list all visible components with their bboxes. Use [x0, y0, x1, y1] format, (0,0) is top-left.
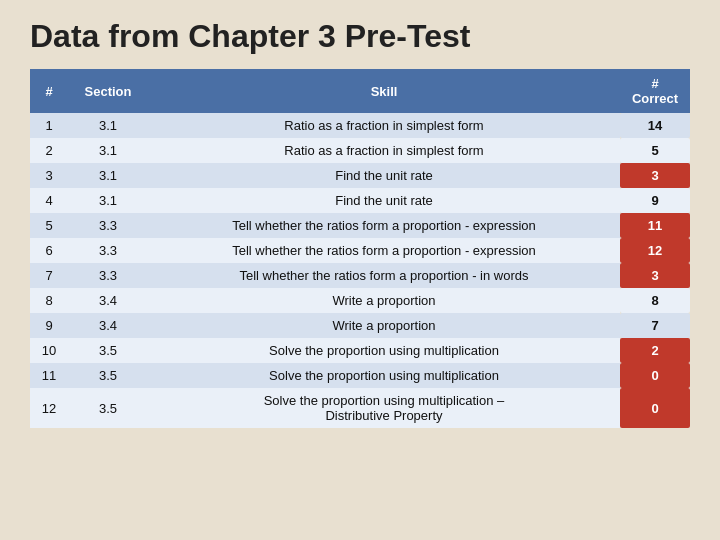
cell-num: 5: [30, 213, 68, 238]
cell-section: 3.5: [68, 363, 148, 388]
page-title: Data from Chapter 3 Pre-Test: [30, 18, 470, 55]
col-header-num: #: [30, 69, 68, 113]
cell-section: 3.1: [68, 188, 148, 213]
cell-skill: Find the unit rate: [148, 163, 620, 188]
cell-num: 1: [30, 113, 68, 138]
cell-skill: Tell whether the ratios form a proportio…: [148, 213, 620, 238]
cell-correct: 9: [620, 188, 690, 213]
cell-correct: 2: [620, 338, 690, 363]
cell-num: 4: [30, 188, 68, 213]
cell-correct: 12: [620, 238, 690, 263]
table-row: 93.4Write a proportion7: [30, 313, 690, 338]
cell-section: 3.3: [68, 263, 148, 288]
data-table: # Section Skill # Correct 13.1Ratio as a…: [30, 69, 690, 428]
cell-correct: 7: [620, 313, 690, 338]
cell-section: 3.5: [68, 388, 148, 428]
table-row: 113.5Solve the proportion using multipli…: [30, 363, 690, 388]
cell-correct: 11: [620, 213, 690, 238]
cell-num: 12: [30, 388, 68, 428]
cell-num: 7: [30, 263, 68, 288]
cell-skill: Tell whether the ratios form a proportio…: [148, 263, 620, 288]
cell-section: 3.5: [68, 338, 148, 363]
cell-skill: Solve the proportion using multiplicatio…: [148, 338, 620, 363]
cell-skill: Solve the proportion using multiplicatio…: [148, 363, 620, 388]
col-header-correct: # Correct: [620, 69, 690, 113]
cell-section: 3.1: [68, 163, 148, 188]
col-header-skill: Skill: [148, 69, 620, 113]
cell-section: 3.3: [68, 238, 148, 263]
col-header-section: Section: [68, 69, 148, 113]
cell-correct: 3: [620, 263, 690, 288]
table-row: 83.4Write a proportion8: [30, 288, 690, 313]
cell-correct: 8: [620, 288, 690, 313]
table-row: 43.1Find the unit rate9: [30, 188, 690, 213]
cell-skill: Ratio as a fraction in simplest form: [148, 113, 620, 138]
cell-skill: Write a proportion: [148, 288, 620, 313]
cell-section: 3.4: [68, 313, 148, 338]
cell-num: 9: [30, 313, 68, 338]
cell-num: 11: [30, 363, 68, 388]
cell-num: 3: [30, 163, 68, 188]
cell-num: 2: [30, 138, 68, 163]
table-row: 53.3Tell whether the ratios form a propo…: [30, 213, 690, 238]
cell-section: 3.3: [68, 213, 148, 238]
cell-correct: 3: [620, 163, 690, 188]
cell-num: 8: [30, 288, 68, 313]
cell-section: 3.4: [68, 288, 148, 313]
table-row: 123.5Solve the proportion using multipli…: [30, 388, 690, 428]
cell-correct: 0: [620, 363, 690, 388]
cell-correct: 0: [620, 388, 690, 428]
cell-section: 3.1: [68, 138, 148, 163]
table-row: 33.1Find the unit rate3: [30, 163, 690, 188]
cell-correct: 5: [620, 138, 690, 163]
cell-skill: Find the unit rate: [148, 188, 620, 213]
cell-skill: Solve the proportion using multiplicatio…: [148, 388, 620, 428]
table-row: 23.1Ratio as a fraction in simplest form…: [30, 138, 690, 163]
cell-skill: Ratio as a fraction in simplest form: [148, 138, 620, 163]
cell-section: 3.1: [68, 113, 148, 138]
table-row: 103.5Solve the proportion using multipli…: [30, 338, 690, 363]
table-row: 73.3Tell whether the ratios form a propo…: [30, 263, 690, 288]
cell-correct: 14: [620, 113, 690, 138]
table-row: 63.3Tell whether the ratios form a propo…: [30, 238, 690, 263]
cell-skill: Write a proportion: [148, 313, 620, 338]
table-row: 13.1Ratio as a fraction in simplest form…: [30, 113, 690, 138]
cell-skill: Tell whether the ratios form a proportio…: [148, 238, 620, 263]
cell-num: 10: [30, 338, 68, 363]
cell-num: 6: [30, 238, 68, 263]
